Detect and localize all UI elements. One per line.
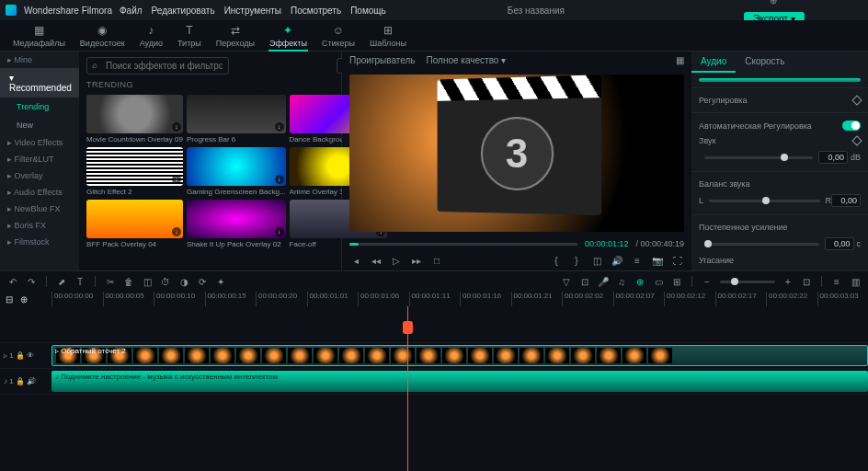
forward-icon[interactable]: ▸▸ bbox=[410, 254, 423, 267]
balance-slider[interactable] bbox=[709, 200, 819, 202]
app-logo bbox=[6, 5, 17, 16]
tab-видеостоек[interactable]: ◉Видеостоек bbox=[74, 20, 131, 51]
zoom-slider[interactable] bbox=[720, 281, 775, 283]
tab-медиафайлы[interactable]: ▦Медиафайлы bbox=[7, 20, 71, 51]
ruler-tick: 00:00:01:11 bbox=[409, 292, 461, 306]
cat-trending[interactable]: Trending bbox=[0, 98, 79, 116]
tab-титры[interactable]: TТитры bbox=[172, 20, 207, 51]
fadein-value[interactable]: 0,00 bbox=[825, 237, 854, 250]
play-icon[interactable]: ▷ bbox=[390, 254, 403, 267]
zoom-fit-icon[interactable]: ⊡ bbox=[801, 276, 812, 287]
effect-thumb[interactable]: ↓Movie Countdown Overlay 09 bbox=[86, 95, 183, 144]
tab-стикеры[interactable]: ☺Стикеры bbox=[316, 20, 360, 51]
tl-link-icon[interactable]: ⊕ bbox=[634, 276, 645, 287]
effect-thumb[interactable]: ↓Glitch Effect 2 bbox=[86, 147, 183, 196]
redo-icon[interactable]: ↷ bbox=[26, 276, 37, 287]
tab-шаблоны[interactable]: ⊞Шаблоны bbox=[364, 20, 412, 51]
ruler-tick: 00:00:00:05 bbox=[103, 292, 154, 306]
fadein-slider[interactable] bbox=[704, 243, 819, 246]
menu-редактировать[interactable]: Редактировать bbox=[152, 6, 215, 16]
keyframe-icon[interactable] bbox=[851, 95, 862, 105]
ruler-tick: 00:00:01:01 bbox=[307, 292, 359, 306]
video-clip[interactable]: ▹ Обратный отсчет 2 bbox=[51, 345, 868, 366]
cat-mine[interactable]: Mine bbox=[15, 55, 33, 64]
tl-marker-icon[interactable]: ▽ bbox=[561, 276, 572, 287]
track-collapse-icon[interactable]: ⊟ bbox=[4, 293, 15, 304]
mark-in-icon[interactable]: { bbox=[550, 254, 563, 267]
cat-newblue-fx[interactable]: ▸ NewBlue FX bbox=[0, 201, 79, 217]
cat-recommended[interactable]: ▾ Recommended bbox=[0, 68, 79, 98]
tl-mic-icon[interactable]: 🎤 bbox=[598, 276, 609, 287]
playhead[interactable] bbox=[407, 306, 408, 471]
menu-инструменты[interactable]: Инструменты bbox=[224, 6, 281, 16]
stop-icon[interactable]: □ bbox=[430, 254, 443, 267]
cat-filmstock[interactable]: ▸ Filmstock bbox=[0, 234, 79, 250]
scrub-bar[interactable] bbox=[349, 243, 577, 246]
settings-icon[interactable]: ≡ bbox=[631, 254, 644, 267]
menu-помощь[interactable]: Помощь bbox=[350, 6, 386, 16]
snapshot-icon[interactable]: ▦ bbox=[676, 55, 684, 65]
tab-переходы[interactable]: ⇄Переходы bbox=[211, 20, 260, 51]
mark-out-icon[interactable]: } bbox=[570, 254, 583, 267]
tab-speed[interactable]: Скорость bbox=[736, 52, 794, 73]
fullscreen-icon[interactable]: ⛶ bbox=[671, 254, 684, 267]
balance-label: Баланс звука bbox=[699, 179, 750, 189]
effect-thumb[interactable]: ↓Progress Bar 6 bbox=[187, 95, 286, 144]
prev-frame-icon[interactable]: ◂ bbox=[349, 254, 362, 267]
text-icon[interactable]: T bbox=[74, 276, 86, 287]
adjust-header[interactable]: Регулировка bbox=[699, 96, 747, 105]
pointer-icon[interactable]: ⬈ bbox=[56, 276, 67, 287]
ruler-tick: 00:00:03:03 bbox=[817, 292, 869, 306]
track-add-icon[interactable]: ⊕ bbox=[18, 293, 29, 304]
audio-clip-preview: ♪ Поднимите настроение - музыка с искусс… bbox=[699, 78, 861, 82]
tl-ratio-icon[interactable]: ▭ bbox=[653, 276, 664, 287]
crop-icon[interactable]: ◫ bbox=[590, 254, 603, 267]
undo-icon[interactable]: ↶ bbox=[7, 276, 18, 287]
video-track-head[interactable]: ▹ 1 🔒 👁 bbox=[0, 343, 51, 369]
cat-audio-effects[interactable]: ▸ Audio Effects bbox=[0, 184, 79, 201]
volume-icon[interactable]: 🔊 bbox=[611, 254, 623, 267]
speed-icon[interactable]: ⏱ bbox=[160, 276, 171, 287]
menu-посмотреть[interactable]: Посмотреть bbox=[291, 6, 341, 16]
auto-adjust-label: Автоматическая Регулировка bbox=[699, 121, 812, 131]
tl-render-icon[interactable]: ⊞ bbox=[671, 276, 682, 287]
effect-thumb[interactable]: ↓Gaming Greenscreen Backg... bbox=[187, 147, 286, 196]
crop-tool-icon[interactable]: ◫ bbox=[142, 276, 153, 287]
color-icon[interactable]: ◑ bbox=[178, 276, 189, 287]
menu-файл[interactable]: Файл bbox=[120, 6, 143, 16]
tab-audio[interactable]: Аудио bbox=[691, 52, 736, 73]
auto-adjust-toggle[interactable] bbox=[842, 121, 861, 131]
sound-slider[interactable] bbox=[704, 156, 813, 159]
cat-video-effects[interactable]: ▸ Video Effects bbox=[0, 134, 79, 151]
sound-value[interactable]: 0,00 bbox=[818, 151, 848, 164]
time-total: 00:00:40:19 bbox=[640, 239, 684, 248]
share-icon[interactable]: ⊕ bbox=[770, 0, 779, 5]
delete-icon[interactable]: 🗑 bbox=[123, 276, 134, 287]
audio-track-head[interactable]: ♪ 1 🔒 🔊 bbox=[0, 369, 51, 395]
tl-add-icon[interactable]: ⊡ bbox=[579, 276, 590, 287]
tl-panel-icon[interactable]: ▥ bbox=[850, 276, 861, 287]
tl-settings-icon[interactable]: ≡ bbox=[831, 276, 842, 287]
balance-value[interactable]: 0,00 bbox=[831, 194, 861, 207]
key-icon[interactable]: ✦ bbox=[215, 276, 226, 287]
sound-keyframe-icon[interactable] bbox=[851, 135, 862, 145]
fadeout-label: Угасание bbox=[699, 256, 734, 265]
quality-dropdown[interactable]: Полное качество ▾ bbox=[427, 55, 507, 65]
tab-аудио[interactable]: ♪Аудио bbox=[134, 20, 168, 51]
zoom-in-icon[interactable]: + bbox=[782, 276, 794, 287]
tl-mixer-icon[interactable]: ♫ bbox=[616, 276, 627, 287]
camera-icon[interactable]: 📷 bbox=[651, 254, 664, 267]
cat-filter-lut[interactable]: ▸ Filter&LUT bbox=[0, 151, 79, 167]
cat-new[interactable]: New bbox=[0, 116, 79, 134]
search-input[interactable] bbox=[86, 57, 229, 75]
effect-thumb[interactable]: ↓BFF Pack Overlay 04 bbox=[86, 200, 183, 248]
cat-boris-fx[interactable]: ▸ Boris FX bbox=[0, 217, 79, 234]
cat-overlay[interactable]: ▸ Overlay bbox=[0, 167, 79, 184]
rewind-icon[interactable]: ◂◂ bbox=[370, 254, 383, 267]
tab-эффекты[interactable]: ✦Эффекты bbox=[264, 20, 313, 51]
refresh-icon[interactable]: ⟳ bbox=[197, 276, 208, 287]
zoom-out-icon[interactable]: − bbox=[702, 276, 713, 287]
cut-icon[interactable]: ✂ bbox=[105, 276, 116, 287]
audio-clip-timeline[interactable]: ♪ Поднимите настроение - музыка с искусс… bbox=[51, 371, 868, 392]
effect-thumb[interactable]: ↓Shake It Up Pack Overlay 02 bbox=[187, 200, 286, 248]
